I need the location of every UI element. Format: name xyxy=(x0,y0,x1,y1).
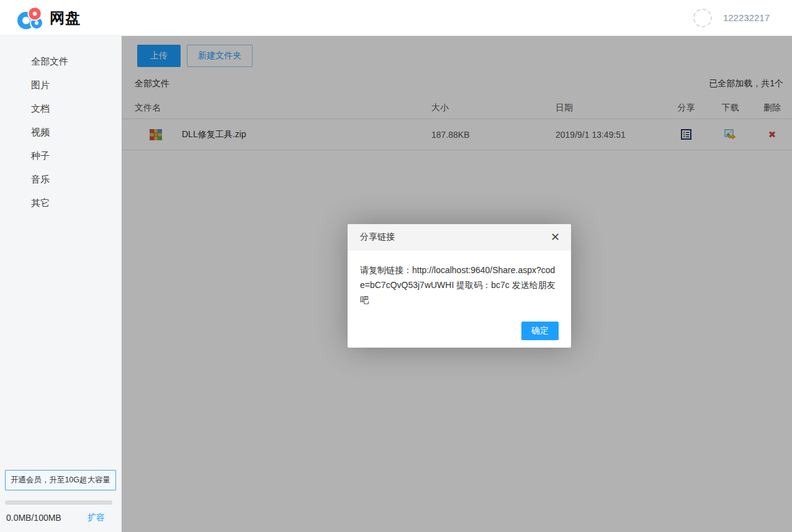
sidebar-nav: 全部文件 图片 文档 视频 种子 音乐 其它 xyxy=(0,36,121,215)
sidebar: 全部文件 图片 文档 视频 种子 音乐 其它 开通会员，升至10G超大容量 0.… xyxy=(0,36,122,532)
app-title: 网盘 xyxy=(50,8,81,28)
sidebar-item-pictures[interactable]: 图片 xyxy=(0,73,121,97)
sidebar-item-all-files[interactable]: 全部文件 xyxy=(0,50,121,73)
close-icon[interactable]: ✕ xyxy=(551,232,560,243)
sidebar-storage-panel: 开通会员，升至10G超大容量 0.0MB/100MB 扩容 xyxy=(0,470,121,532)
ok-button[interactable]: 确定 xyxy=(521,322,559,340)
sidebar-item-documents[interactable]: 文档 xyxy=(0,97,121,120)
username[interactable]: 122232217 xyxy=(723,12,770,23)
app-header: 网盘 122232217 xyxy=(0,0,792,36)
dialog-message: 请复制链接：http://localhost:9640/Share.aspx?c… xyxy=(348,250,571,307)
storage-progress-bar xyxy=(5,500,112,505)
sidebar-item-videos[interactable]: 视频 xyxy=(0,120,121,144)
expand-storage-link[interactable]: 扩容 xyxy=(88,512,105,523)
share-link-dialog: 分享链接 ✕ 请复制链接：http://localhost:9640/Share… xyxy=(348,224,571,348)
sidebar-item-torrents[interactable]: 种子 xyxy=(0,144,121,168)
storage-usage-text: 0.0MB/100MB xyxy=(6,513,61,523)
sidebar-item-other[interactable]: 其它 xyxy=(0,191,121,215)
cloud-logo-icon xyxy=(17,6,45,30)
user-area: 122232217 xyxy=(693,9,770,27)
sidebar-item-music[interactable]: 音乐 xyxy=(0,168,121,191)
avatar[interactable] xyxy=(693,9,712,27)
dialog-titlebar: 分享链接 ✕ xyxy=(348,224,571,250)
upgrade-member-button[interactable]: 开通会员，升至10G超大容量 xyxy=(5,470,116,490)
dialog-title: 分享链接 xyxy=(360,232,395,243)
app-logo[interactable]: 网盘 xyxy=(17,6,81,30)
